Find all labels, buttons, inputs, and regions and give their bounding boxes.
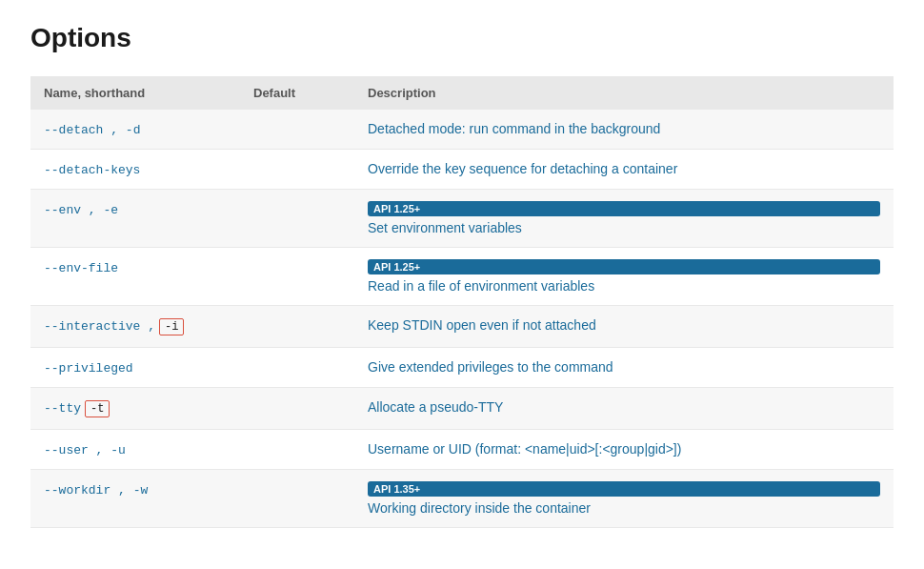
option-separator: , [81,203,96,217]
table-row: --interactive ,-iKeep STDIN open even if… [30,306,894,348]
option-default-cell [240,110,354,150]
option-description-cell: Give extended privileges to the command [354,348,894,388]
description-text: Detached mode: run command in the backgr… [368,121,880,136]
option-name: --workdir [44,483,110,498]
option-name-cell: --tty-t [30,388,240,430]
option-name: --tty [44,401,81,416]
table-header-row: Name, shorthand Default Description [30,76,894,110]
shorthand-badge: -t [85,400,110,417]
option-default-cell [240,348,354,388]
table-row: --tty-tAllocate a pseudo-TTY [30,388,894,430]
option-default-cell [240,150,354,190]
description-text: Username or UID (format: <name|uid>[:<gr… [368,441,880,457]
option-description-cell: API 1.25+Read in a file of environment v… [354,248,894,306]
col-header-default: Default [240,76,354,110]
option-shorthand: -u [103,443,125,457]
option-description-cell: API 1.25+Set environment variables [354,190,894,248]
table-row: --detach , -dDetached mode: run command … [30,110,894,150]
page-title: Options [30,23,894,53]
table-row: --detach-keysOverride the key sequence f… [30,150,894,190]
desc-block: Allocate a pseudo-TTY [368,399,880,415]
option-name: --env [44,203,81,217]
api-badge: API 1.35+ [368,481,880,497]
desc-block: Override the key sequence for detaching … [368,161,880,176]
option-name-cell: --workdir , -w [30,470,240,528]
option-default-cell [240,470,354,528]
options-table: Name, shorthand Default Description --de… [30,76,894,528]
description-text: Read in a file of environment variables [368,278,880,294]
option-default-cell [240,430,354,470]
col-header-name: Name, shorthand [30,76,240,110]
option-shorthand: -e [96,203,118,217]
desc-block: API 1.25+Read in a file of environment v… [368,259,880,294]
option-description-cell: Override the key sequence for detaching … [354,150,894,190]
option-description-cell: Username or UID (format: <name|uid>[:<gr… [354,430,894,470]
col-header-description: Description [354,76,894,110]
desc-block: Give extended privileges to the command [368,359,880,375]
option-name-cell: --env-file [30,248,240,306]
option-description-cell: Keep STDIN open even if not attached [354,306,894,348]
description-text: Allocate a pseudo-TTY [368,399,880,415]
description-text: Override the key sequence for detaching … [368,161,880,176]
desc-block: Detached mode: run command in the backgr… [368,121,880,136]
table-row: --env-fileAPI 1.25+Read in a file of env… [30,248,894,306]
table-row: --privilegedGive extended privileges to … [30,348,894,388]
option-name-cell: --env , -e [30,190,240,248]
option-default-cell [240,306,354,348]
table-row: --user , -uUsername or UID (format: <nam… [30,430,894,470]
option-name: --detach-keys [44,163,140,177]
option-name: --detach [44,123,103,137]
option-default-cell [240,248,354,306]
option-name-cell: --privileged [30,348,240,388]
option-name-cell: --detach-keys [30,150,240,190]
description-text: Give extended privileges to the command [368,359,880,375]
option-description-cell: Allocate a pseudo-TTY [354,388,894,430]
option-name: --privileged [44,361,133,376]
description-text: Working directory inside the container [368,500,880,516]
shorthand-badge: -i [159,318,184,335]
option-name: --interactive [44,319,140,334]
option-shorthand: -d [118,123,140,137]
description-text: Keep STDIN open even if not attached [368,317,880,333]
option-separator: , [89,443,104,457]
desc-block: API 1.35+Working directory inside the co… [368,481,880,516]
option-separator: , [103,123,118,137]
option-shorthand: -w [126,483,148,498]
option-name-cell: --user , -u [30,430,240,470]
option-separator: , [140,319,155,334]
desc-block: Username or UID (format: <name|uid>[:<gr… [368,441,880,457]
api-badge: API 1.25+ [368,259,880,274]
desc-block: API 1.25+Set environment variables [368,201,880,235]
option-default-cell [240,190,354,248]
option-name-cell: --interactive ,-i [30,306,240,348]
option-description-cell: API 1.35+Working directory inside the co… [354,470,894,528]
desc-block: Keep STDIN open even if not attached [368,317,880,333]
option-default-cell [240,388,354,430]
option-name: --env-file [44,261,118,275]
table-row: --env , -eAPI 1.25+Set environment varia… [30,190,894,248]
option-separator: , [110,483,126,498]
description-text: Set environment variables [368,220,880,235]
api-badge: API 1.25+ [368,201,880,216]
option-description-cell: Detached mode: run command in the backgr… [354,110,894,150]
table-row: --workdir , -wAPI 1.35+Working directory… [30,470,894,528]
option-name: --user [44,443,89,457]
option-name-cell: --detach , -d [30,110,240,150]
